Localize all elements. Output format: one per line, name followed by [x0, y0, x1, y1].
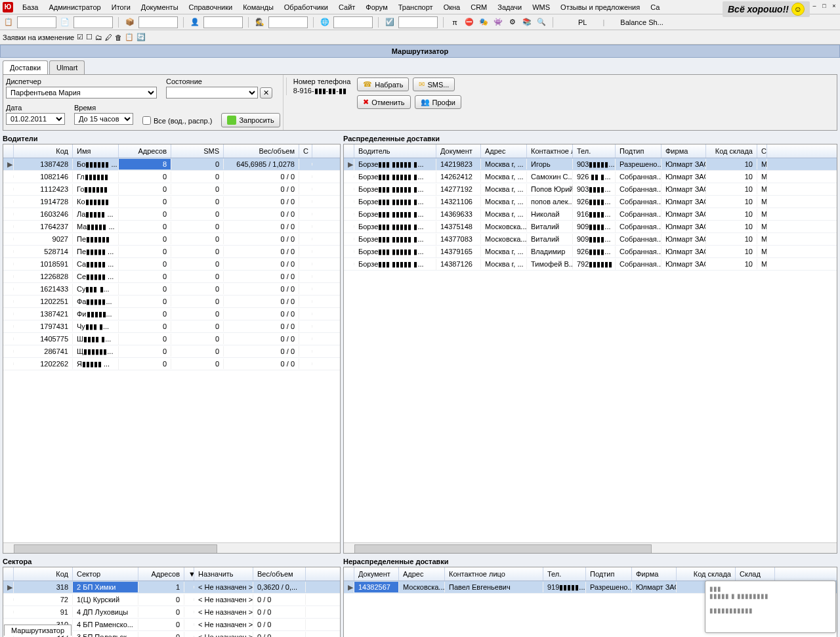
menu-item[interactable]: Са	[645, 1, 665, 13]
table-row[interactable]: 9027 Пе▮▮▮▮▮▮ 0 0 0 / 0	[3, 233, 340, 246]
table-row[interactable]: ▶ 318 2 БП Химки 1 < Не назначен > 0,362…	[3, 581, 340, 594]
time-select[interactable]: До 15 часов	[74, 113, 133, 125]
table-row[interactable]: 1603246 Ла▮▮▮▮▮ ... 0 0 0 / 0	[3, 208, 340, 221]
state-select[interactable]	[166, 87, 258, 99]
table-row[interactable]: 72 1(Ц) Курский 0 < Не назначен > 0 / 0	[3, 594, 340, 606]
tray-popup: ▮▮▮▮▮▮▮▮ ▮ ▮▮▮▮▮▮▮▮▮▮▮▮▮▮▮▮▮▮▮	[705, 581, 836, 633]
tool-icon[interactable]: 📄	[59, 16, 71, 28]
table-row[interactable]: Борзе▮▮▮ ▮▮▮▮▮ ▮... 14387126 Москва г, .…	[344, 258, 837, 271]
tool-icon[interactable]: ☐	[86, 33, 93, 41]
table-row[interactable]: 91 4 ДП Луховицы 0 < Не назначен > 0 / 0	[3, 606, 340, 619]
table-row[interactable]: Борзе▮▮▮ ▮▮▮▮▮ ▮... 14379165 Москва г, .…	[344, 246, 837, 258]
sms-button[interactable]: ✉SMS...	[413, 77, 455, 91]
table-row[interactable]: Борзе▮▮▮ ▮▮▮▮▮ ▮... 14377083 Московска..…	[344, 233, 837, 246]
dial-button[interactable]: ☎Набрать	[357, 77, 409, 91]
menu-item[interactable]: Сайт	[333, 1, 360, 13]
cancel-button[interactable]: ✖Отменить	[357, 95, 410, 109]
menu-item[interactable]: Окна	[438, 1, 466, 13]
menu-item[interactable]: CRM	[465, 1, 492, 13]
table-row[interactable]: Борзе▮▮▮ ▮▮▮▮▮ ▮... 14321106 Москва г, .…	[344, 196, 837, 208]
table-row[interactable]: ▶ 1387428 Бо▮▮▮▮▮▮ ... 8 0 645,6985 / 1,…	[3, 158, 340, 171]
assigned-grid[interactable]: Водитель Документ Адрес Контактное лицо …	[343, 144, 837, 554]
toolbar-input-6[interactable]	[333, 16, 373, 28]
minimize-icon[interactable]: –	[810, 1, 819, 11]
mdi-tab[interactable]: Маршрутизатор	[4, 625, 72, 636]
menu-item[interactable]: Администратор	[43, 1, 106, 13]
table-row[interactable]: 1387421 Фи▮▮▮▮▮... 0 0 0 / 0	[3, 308, 340, 320]
tool-icon[interactable]: 📦	[124, 16, 136, 28]
mask-icon[interactable]: 🎭	[478, 16, 490, 28]
tool-icon[interactable]: 🔄	[136, 33, 146, 41]
table-row[interactable]: Борзе▮▮▮ ▮▮▮▮▮ ▮... 14262412 Москва г, .…	[344, 171, 837, 183]
globe-icon[interactable]: 🌐	[319, 16, 331, 28]
tool-icon[interactable]: 🖊	[105, 33, 112, 41]
gear-icon[interactable]: ⚙	[507, 16, 518, 28]
table-row[interactable]: 1405775 Ш▮▮▮▮ ▮... 0 0 0 / 0	[3, 333, 340, 345]
toolbar-text[interactable]: PL	[578, 18, 587, 26]
user-icon[interactable]: 👤	[189, 16, 201, 28]
toolbar-input-7[interactable]	[398, 16, 438, 28]
zoom-icon[interactable]: 🔍	[536, 16, 547, 28]
all-checkbox-label[interactable]: Все (вод., распр.)	[142, 116, 212, 125]
alien-icon[interactable]: 👾	[492, 16, 504, 28]
menu-item[interactable]: Команды	[238, 1, 279, 13]
drivers-hscroll[interactable]	[3, 542, 340, 553]
table-row[interactable]: 1797431 Чу▮▮▮ ▮... 0 0 0 / 0	[3, 320, 340, 333]
menu-item[interactable]: Справочники	[184, 1, 238, 13]
table-row[interactable]: 1082146 Гл▮▮▮▮▮▮ 0 0 0 / 0	[3, 171, 340, 183]
book-icon[interactable]: 📚	[521, 16, 533, 28]
toolbar-input-3[interactable]	[138, 16, 178, 28]
menu-item[interactable]: Задачи	[492, 1, 527, 13]
tool-icon[interactable]: 🗂	[95, 33, 102, 41]
table-row[interactable]: 1018591 Са▮▮▮▮▮ ... 0 0 0 / 0	[3, 258, 340, 271]
menu-item[interactable]: Форум	[360, 1, 392, 13]
table-row[interactable]: 528714 Пе▮▮▮▮▮ ... 0 0 0 / 0	[3, 246, 340, 258]
forbid-icon[interactable]: ⛔	[463, 16, 475, 28]
spy-icon[interactable]: 🕵️	[254, 16, 266, 28]
pi-icon[interactable]: π	[449, 16, 461, 28]
tab-strip: Доставки Ulmart	[0, 58, 840, 74]
date-select[interactable]: 01.02.2011	[6, 113, 65, 125]
table-row[interactable]: Борзе▮▮▮ ▮▮▮▮▮ ▮... 14277192 Москва г, .…	[344, 183, 837, 196]
tool-icon[interactable]: ☑	[77, 33, 83, 41]
menu-item[interactable]: Обработчики	[279, 1, 333, 13]
menu-item[interactable]: База	[17, 1, 43, 13]
table-row[interactable]: 1226828 Се▮▮▮▮▮ ... 0 0 0 / 0	[3, 271, 340, 283]
all-checkbox[interactable]	[142, 116, 151, 125]
tab-deliveries[interactable]: Доставки	[3, 60, 48, 74]
menu-item[interactable]: Итоги	[106, 1, 136, 13]
table-row[interactable]: 1914728 Ко▮▮▮▮▮▮ 0 0 0 / 0	[3, 196, 340, 208]
request-button[interactable]: Запросить	[221, 113, 280, 127]
toolbar-input-5[interactable]	[268, 16, 308, 28]
table-row[interactable]: 1202262 Я▮▮▮▮▮ ... 0 0 0 / 0	[3, 358, 340, 370]
filter-panel: Диспетчер Парфентьева Мария Состояние ✕ …	[3, 74, 837, 131]
menu-item[interactable]: Документы	[136, 1, 184, 13]
drivers-grid[interactable]: Код Имя Адресов SMS Вес/объем С ▶ 138742…	[3, 144, 341, 554]
table-row[interactable]: 1202251 Фа▮▮▮▮▮... 0 0 0 / 0	[3, 296, 340, 308]
assigned-hscroll[interactable]	[344, 542, 837, 553]
menu-item[interactable]: Транспорт	[393, 1, 438, 13]
menu-item[interactable]: WMS	[527, 1, 555, 13]
table-row[interactable]: 1764237 Ма▮▮▮▮▮ ... 0 0 0 / 0	[3, 221, 340, 233]
tool-icon[interactable]: 📋	[3, 16, 14, 28]
toolbar-input-4[interactable]	[203, 16, 243, 28]
tool-icon[interactable]: 📋	[125, 33, 134, 41]
toolbar-input-1[interactable]	[17, 16, 56, 28]
toolbar-text[interactable]: Balance Sh...	[620, 18, 663, 26]
table-row[interactable]: Борзе▮▮▮ ▮▮▮▮▮ ▮... 14369633 Москва г, .…	[344, 208, 837, 221]
table-row[interactable]: 1621433 Су▮▮▮ ▮... 0 0 0 / 0	[3, 283, 340, 296]
table-row[interactable]: Борзе▮▮▮ ▮▮▮▮▮ ▮... 14375148 Московска..…	[344, 221, 837, 233]
check-icon[interactable]: ☑️	[384, 16, 396, 28]
table-row[interactable]: ▶ Борзе▮▮▮ ▮▮▮▮▮ ▮... 14219823 Москва г,…	[344, 158, 837, 171]
state-clear-button[interactable]: ✕	[260, 87, 272, 99]
toolbar-input-2[interactable]	[74, 16, 113, 28]
close-icon[interactable]: ×	[830, 1, 839, 11]
maximize-icon[interactable]: □	[820, 1, 829, 11]
tab-ulmart[interactable]: Ulmart	[49, 60, 85, 74]
table-row[interactable]: 1112423 Го▮▮▮▮▮▮ 0 0 0 / 0	[3, 183, 340, 196]
tool-icon[interactable]: 🗑	[115, 33, 122, 41]
profile-button[interactable]: 👥Профи	[415, 95, 461, 109]
dispatcher-select[interactable]: Парфентьева Мария	[6, 87, 157, 99]
menu-item[interactable]: Отзывы и предложения	[555, 1, 645, 13]
table-row[interactable]: 286741 Щ▮▮▮▮▮▮... 0 0 0 / 0	[3, 345, 340, 358]
